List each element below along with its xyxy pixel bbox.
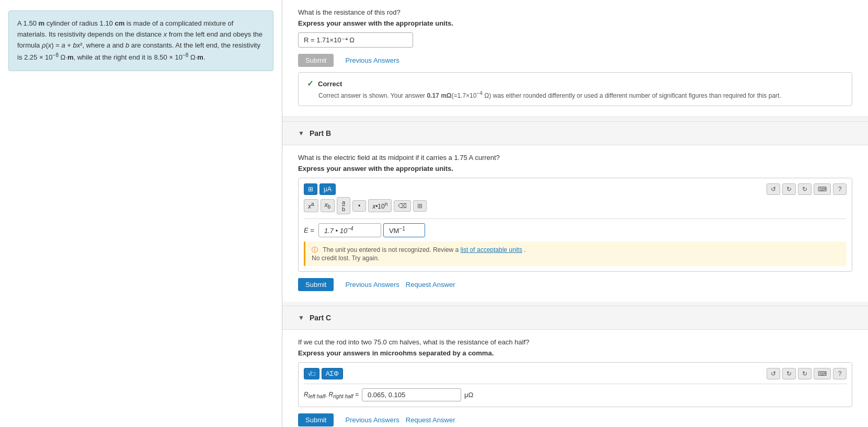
part-c-request-answer-link[interactable]: Request Answer [406, 416, 455, 424]
part-b-math-value[interactable]: 1.7 • 10−4 [318, 223, 381, 237]
part-c-math-row: Rleft half, Rright half = μΩ [304, 384, 847, 401]
part-a-answer-input[interactable] [298, 32, 413, 48]
part-b-tb-redo-btn[interactable]: ↻ [782, 183, 796, 195]
part-c-tb-sqrt-btn[interactable]: √□ [304, 368, 319, 379]
part-c-unit-label: μΩ [464, 391, 473, 399]
part-b-warning-text: The unit you entered is not recognized. … [323, 246, 460, 253]
part-c-action-row: Submit Previous Answers Request Answer [298, 413, 852, 426]
part-a-action-row: Submit Previous Answers [298, 54, 852, 67]
part-c-tb-help-btn[interactable]: ? [833, 368, 847, 379]
part-b-tb-grid-btn[interactable]: ⊞ [304, 183, 317, 195]
correct-description: Correct answer is shown. Your answer 0.1… [318, 90, 843, 99]
part-b-tb-refresh-btn[interactable]: ↻ [798, 183, 812, 195]
part-b-warning-link[interactable]: list of acceptable units [461, 246, 522, 253]
part-b-tb-del-btn[interactable]: ⌫ [394, 200, 411, 212]
part-b-tb-xb-btn[interactable]: xb [321, 199, 335, 212]
part-b-warning-sub: No credit lost. Try again. [312, 255, 379, 262]
part-b-tb-keyboard-btn[interactable]: ⌨ [814, 183, 831, 195]
part-b-toolbar-row1: ⊞ μA ↺ ↻ ↻ ⌨ ? [304, 183, 847, 195]
part-b-header: ▼ Part B [282, 122, 868, 145]
part-b-express-label: Express your answer with the appropriate… [298, 165, 852, 172]
part-b-body: What is the electric field at its midpoi… [282, 145, 868, 302]
part-b-math-row: E = 1.7 • 10−4 VM−1 [304, 218, 847, 237]
part-c-tb-refresh-btn[interactable]: ↻ [798, 368, 812, 379]
part-a-express-label: Express your answer with the appropriate… [298, 19, 852, 27]
part-a-section: What is the resistance of this rod? Expr… [282, 0, 868, 117]
part-b-tb-undo-btn[interactable]: ↺ [767, 183, 780, 195]
part-a-answer-row [298, 32, 852, 48]
correct-title: ✓ Correct [307, 79, 843, 88]
part-c-math-container: √□ ΑΣΦ ↺ ↻ ↻ ⌨ ? Rleft half, Rright half… [298, 362, 852, 407]
part-b-tb-dot-btn[interactable]: • [352, 200, 366, 212]
part-a-submit-button[interactable]: Submit [298, 54, 334, 67]
part-c-express-label: Express your answers in microohms separa… [298, 349, 852, 357]
part-b-tb-help-btn[interactable]: ? [833, 183, 847, 195]
part-a-question: What is the resistance of this rod? [298, 8, 852, 16]
part-c-submit-button[interactable]: Submit [298, 413, 334, 426]
part-b-submit-button[interactable]: Submit [298, 278, 334, 291]
part-c-prev-answers-link[interactable]: Previous Answers [345, 416, 399, 424]
part-c-tb-redo-btn[interactable]: ↻ [782, 368, 796, 379]
part-c-tb-sigma-btn[interactable]: ΑΣΦ [322, 368, 343, 379]
part-b-section: ▼ Part B What is the electric field at i… [282, 121, 868, 302]
part-b-tb-frac-btn[interactable]: ab [337, 197, 350, 214]
correct-label: Correct [318, 80, 342, 88]
part-b-warning-suffix: . [524, 246, 526, 253]
part-c-body: If we cut the rod into two 75.0 cm halve… [282, 330, 868, 427]
part-b-toolbar-row2: xa xb ab • x•10n ⌫ ⊞ [304, 197, 847, 214]
part-c-math-label: Rleft half, Rright half = [304, 391, 359, 399]
part-b-math-label: E = [304, 226, 314, 234]
part-c-question: If we cut the rod into two 75.0 cm halve… [298, 338, 852, 346]
part-c-value-input[interactable] [362, 388, 461, 401]
correct-box: ✓ Correct Correct answer is shown. Your … [298, 72, 852, 106]
part-c-tb-keyboard-btn[interactable]: ⌨ [814, 368, 831, 379]
part-c-collapse-arrow[interactable]: ▼ [298, 314, 304, 321]
part-c-label: Part C [310, 314, 331, 322]
part-c-tb-undo-btn[interactable]: ↺ [767, 368, 780, 379]
part-c-toolbar-row1: √□ ΑΣΦ ↺ ↻ ↻ ⌨ ? [304, 368, 847, 379]
part-b-request-answer-link[interactable]: Request Answer [406, 281, 455, 288]
part-b-tb-x10n-btn[interactable]: x•10n [368, 199, 392, 212]
part-c-header: ▼ Part C [282, 306, 868, 330]
left-panel: A 1.50 m cylinder of radius 1.10 cm is m… [0, 0, 282, 427]
part-b-prev-answers-link[interactable]: Previous Answers [345, 281, 399, 288]
right-panel: What is the resistance of this rod? Expr… [282, 0, 868, 427]
check-icon: ✓ [307, 79, 314, 88]
part-a-prev-answers-link[interactable]: Previous Answers [345, 56, 399, 64]
part-b-unit-input[interactable]: VM−1 [383, 223, 425, 237]
part-b-label: Part B [310, 129, 331, 137]
warning-icon: ⓘ [312, 246, 318, 253]
part-b-tb-xa-btn[interactable]: xa [304, 199, 318, 212]
part-b-action-row: Submit Previous Answers Request Answer [298, 278, 852, 291]
part-b-math-container: ⊞ μA ↺ ↻ ↻ ⌨ ? xa xb ab • x• [298, 178, 852, 272]
problem-description: A 1.50 m cylinder of radius 1.10 cm is m… [8, 10, 273, 71]
part-b-tb-unit-btn[interactable]: μA [319, 183, 336, 195]
part-b-collapse-arrow[interactable]: ▼ [298, 130, 304, 137]
problem-text: A 1.50 m cylinder of radius 1.10 cm is m… [17, 19, 262, 61]
part-c-section: ▼ Part C If we cut the rod into two 75.0… [282, 306, 868, 427]
part-b-tb-expand2-btn[interactable]: ⊞ [413, 200, 427, 212]
part-b-warning-box: ⓘ The unit you entered is not recognized… [304, 241, 847, 266]
part-b-question: What is the electric field at its midpoi… [298, 154, 852, 161]
